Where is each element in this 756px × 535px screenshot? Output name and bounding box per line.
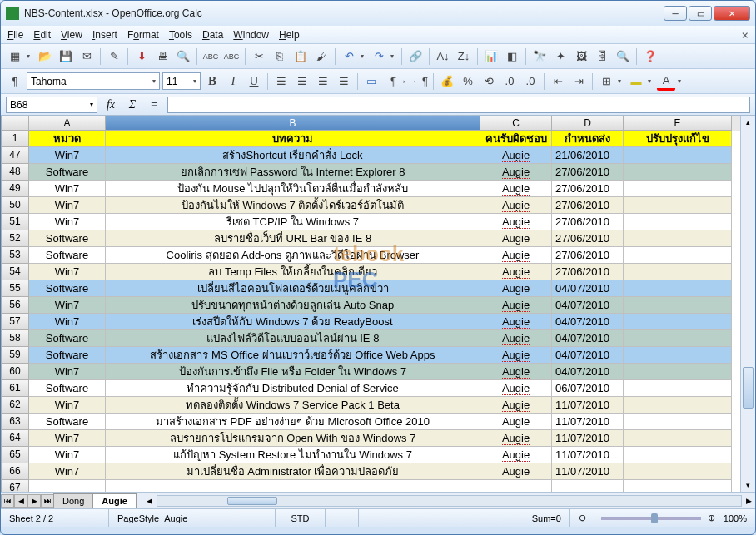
function-wizard-icon[interactable]: fx [102,98,119,111]
row-header[interactable]: 64 [1,430,29,447]
cell[interactable]: Win7 [29,364,106,380]
underline-icon[interactable]: U [245,72,263,91]
cell[interactable] [624,380,732,397]
table-row[interactable]: 53SoftwareCooliris สุดยอด Add-ons ดูภาพแ… [1,247,740,264]
cell[interactable] [624,397,732,414]
cell[interactable]: Augie [480,147,552,164]
cell[interactable]: Software [29,414,106,430]
cell[interactable]: 04/07/2010 [552,280,624,297]
cell[interactable]: Win7 [29,297,106,314]
cell[interactable]: Software [29,230,106,247]
decrease-indent-icon[interactable]: ⇤ [549,72,567,91]
cell[interactable] [624,214,732,230]
email-icon[interactable]: ✉ [77,47,96,66]
row-header[interactable]: 60 [1,364,29,380]
tab-first-icon[interactable]: ⏮ [1,494,14,508]
cell[interactable] [624,463,732,480]
table-row[interactable]: 57Win7เร่งสปีดให้กับ Windows 7 ด้วย Read… [1,314,740,330]
cell[interactable]: Augie [480,247,552,264]
cell[interactable]: Win7 [29,397,106,414]
cell[interactable]: ป้องกันการเข้าถึง File หรือ Folder ใน Wi… [106,364,480,380]
scroll-thumb[interactable] [743,367,754,409]
redo-icon[interactable]: ↷ [370,47,388,66]
cell[interactable]: Augie [480,347,552,364]
cell[interactable]: สร้างShortcut เรียกคำสั่ง Lock [106,147,480,164]
show-draw-icon[interactable]: ◧ [503,47,521,66]
find-icon[interactable]: 🔭 [530,47,549,66]
cell[interactable]: มาเปลี่ยนชื่อ Administrator เพื่อความปลอ… [106,463,480,480]
save-icon[interactable]: 💾 [57,47,75,66]
cell[interactable]: Augie [480,447,552,463]
cell[interactable]: เปลี่ยนสีไอคอนโฟลเดอร์ด้วยเมนูคลิกขวา [106,280,480,297]
cell[interactable]: 06/07/2010 [552,380,624,397]
sort-desc-icon[interactable]: Z↓ [455,47,473,66]
table-row[interactable]: 49Win7ป้องกัน Mouse ไปปลุกให้วินโดวส์ตื่… [1,181,740,197]
fontcolor-icon[interactable]: A [657,72,675,91]
percent-icon[interactable]: % [459,72,477,91]
cell[interactable]: ลบ Temp Files ให้เกลี้ยงในคลิกเดียว [106,264,480,280]
scroll-left-icon[interactable]: ◀ [143,497,157,505]
sort-asc-icon[interactable]: A↓ [434,47,452,66]
cell[interactable]: 04/07/2010 [552,297,624,314]
cell[interactable]: Cooliris สุดยอด Add-ons ดูภาพและวิดีโอผ่… [106,247,480,264]
table-row[interactable]: 59Softwareสร้างเอกสาร MS Office ผ่านเบรา… [1,347,740,364]
standard-format-icon[interactable]: ⟲ [480,72,498,91]
new-dropdown[interactable]: ▾ [27,52,33,60]
table-row[interactable]: 52Softwareลบรายชื่อเว็บที่ URL Bar ของ I… [1,230,740,247]
menu-window[interactable]: Window [233,29,269,41]
row-header[interactable]: 51 [1,214,29,230]
menu-help[interactable]: Help [279,29,300,41]
cell[interactable]: Augie [480,181,552,197]
cell[interactable] [624,364,732,380]
function-icon[interactable]: = [146,98,162,111]
cell[interactable]: Augie [480,197,552,214]
cell[interactable]: Augie [480,297,552,314]
cell[interactable]: 27/06/2010 [552,247,624,264]
cell[interactable] [624,430,732,447]
table-row[interactable]: 50Win7ป้องกันไม่ให้ Windows 7 ติดตั้งไดร… [1,197,740,214]
tab-last-icon[interactable]: ⏭ [41,494,54,508]
table-row[interactable]: 63Softwareมาสร้างเอกสาร PDF อย่างง่ายๆ ด… [1,414,740,430]
cell[interactable]: Augie [480,364,552,380]
add-decimal-icon[interactable]: .0 [500,72,519,91]
currency-icon[interactable]: 💰 [438,72,456,91]
table-row[interactable]: 58Softwareแปลงไฟล์วิดีโอแบบออนไลน์ผ่าน I… [1,330,740,347]
row-header[interactable]: 58 [1,330,29,347]
styles-icon[interactable]: ¶ [6,72,24,91]
cell[interactable] [624,297,732,314]
grid-body[interactable]: 1 หมวด บทความ คนรับผิดชอบ กำหนดส่ง ปรับป… [1,131,740,492]
menu-insert[interactable]: Insert [92,29,117,41]
zoom-out-icon[interactable]: ⊖ [570,509,594,527]
row-header[interactable]: 59 [1,347,29,364]
sum-icon[interactable]: Σ [124,98,141,111]
cell[interactable]: Augie [480,280,552,297]
vertical-scrollbar[interactable]: ▴ ▾ [740,116,755,492]
cell[interactable] [552,480,624,492]
format-paintbrush-icon[interactable]: 🖌 [312,47,331,66]
cell[interactable]: Win7 [29,214,106,230]
cell[interactable]: Augie [480,214,552,230]
cell[interactable]: 11/07/2010 [552,414,624,430]
status-mode[interactable]: STD [276,509,326,527]
row-header[interactable]: 57 [1,314,29,330]
spellcheck-icon[interactable]: ABC [201,47,220,66]
cell[interactable] [624,447,732,463]
row-header[interactable]: 48 [1,164,29,181]
row-header[interactable]: 55 [1,280,29,297]
header-row[interactable]: 1 หมวด บทความ คนรับผิดชอบ กำหนดส่ง ปรับป… [1,131,740,147]
table-row[interactable]: 47Win7สร้างShortcut เรียกคำสั่ง LockAugi… [1,147,740,164]
row-header[interactable]: 65 [1,447,29,463]
print-icon[interactable]: 🖶 [153,47,172,66]
borders-icon[interactable]: ⊞ [597,72,615,91]
remove-decimal-icon[interactable]: .0 [521,72,540,91]
sheet-tab-augie[interactable]: Augie [92,493,137,508]
cell[interactable]: เร่งสปีดให้กับ Windows 7 ด้วย ReadyBoost [106,314,480,330]
cell[interactable]: ทำความรู้จักกับ Distributed Denial of Se… [106,380,480,397]
row-header[interactable]: 1 [1,131,29,147]
table-row[interactable]: 48Softwareยกเลิกการเซฟ Password ใน Inter… [1,164,740,181]
cell[interactable]: Augie [480,164,552,181]
row-header[interactable]: 50 [1,197,29,214]
table-row[interactable]: 60Win7ป้องกันการเข้าถึง File หรือ Folder… [1,364,740,380]
row-header[interactable]: 66 [1,463,29,480]
cell[interactable]: สร้างเอกสาร MS Office ผ่านเบราว์เซอร์ด้ว… [106,347,480,364]
